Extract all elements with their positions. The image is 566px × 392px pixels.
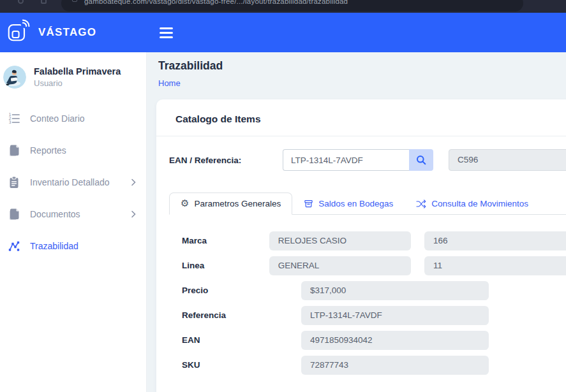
tab-label: Saldos en Bodegas [318, 199, 393, 208]
tab-label: Consulta de Movimientos [431, 199, 528, 208]
browser-url: gamboateque.com/vastago/dist/vastago-fre… [84, 0, 348, 5]
field-side-value: 166 [424, 231, 566, 250]
parameters-form: Marca RELOJES CASIO 166 Linea GENERAL 11… [169, 231, 566, 375]
sidebar-item-label: Reportes [30, 145, 66, 156]
shuffle-icon [416, 200, 426, 208]
tab-parametros-generales[interactable]: ⚙ Parametros Generales [169, 192, 292, 215]
sidebar-item-inventario-detallado[interactable]: Inventario Detallado [0, 166, 146, 198]
user-profile: Falabella Primavera Usuario [0, 52, 146, 89]
app-header: VÁSTAGO [0, 13, 566, 52]
browser-topbar: gamboateque.com/vastago/dist/vastago-fre… [0, 0, 566, 13]
brand-name: VÁSTAGO [38, 26, 96, 39]
document-icon [8, 208, 20, 221]
tab-saldos-en-bodegas[interactable]: Saldos en Bodegas [292, 192, 405, 215]
user-name: Falabella Primavera [34, 66, 121, 78]
tab-label: Parametros Generales [194, 199, 281, 208]
ordered-list-icon: 123 [8, 112, 20, 125]
sidebar: Falabella Primavera Usuario 123 Conteo D… [0, 52, 147, 392]
form-row-precio: Precio $317,000 [169, 281, 566, 300]
sidebar-item-reportes[interactable]: Reportes [0, 134, 146, 166]
form-row-sku: SKU 72877743 [169, 356, 566, 375]
breadcrumb-home-link[interactable]: Home [158, 78, 181, 88]
form-row-marca: Marca RELOJES CASIO 166 [169, 231, 566, 250]
tab-consulta-de-movimientos[interactable]: Consulta de Movimientos [405, 192, 540, 215]
field-value: GENERAL [269, 256, 411, 275]
sidebar-item-label: Trazabilidad [30, 241, 78, 251]
browser-extension-icon[interactable] [41, 0, 47, 4]
nodes-icon [8, 240, 20, 252]
clipboard-icon [8, 176, 20, 189]
search-row: EAN / Referencia: C596 [169, 149, 566, 171]
browser-toolbar-icon[interactable] [18, 0, 24, 4]
search-button[interactable] [409, 149, 433, 171]
user-role: Usuario [34, 78, 121, 89]
tab-bar: ⚙ Parametros Generales Saldos en Bodegas [169, 192, 566, 215]
card-body: EAN / Referencia: C596 ⚙ Parametros Gene… [156, 136, 566, 392]
form-row-linea: Linea GENERAL 11 [169, 256, 566, 275]
screen: gamboateque.com/vastago/dist/vastago-fre… [0, 0, 566, 392]
chevron-right-icon [130, 177, 137, 187]
ean-reference-input[interactable] [283, 149, 409, 171]
field-label: Marca [182, 231, 269, 250]
user-avatar [3, 66, 26, 89]
brand[interactable]: VÁSTAGO [0, 19, 147, 46]
brand-logo-icon [6, 19, 30, 46]
sidebar-item-conteo-diario[interactable]: 123 Conteo Diario [0, 103, 146, 134]
svg-text:3: 3 [9, 120, 11, 125]
main-content: Trazabilidad Home Catalogo de Items EAN … [147, 52, 566, 392]
sidebar-item-label: Documentos [30, 209, 80, 219]
site-info-lock-icon[interactable] [72, 0, 77, 2]
field-label: SKU [182, 356, 301, 375]
catalog-card: Catalogo de Items EAN / Referencia: C596 [156, 99, 566, 392]
archive-icon [304, 199, 313, 208]
field-value: LTP-1314L-7AVDF [301, 306, 489, 325]
search-label: EAN / Referencia: [169, 156, 283, 165]
sidebar-nav: 123 Conteo Diario Reportes [0, 103, 146, 262]
chevron-right-icon [130, 209, 137, 219]
user-info: Falabella Primavera Usuario [34, 66, 121, 89]
form-row-referencia: Referencia LTP-1314L-7AVDF [169, 306, 566, 325]
field-side-value: 11 [424, 256, 566, 275]
gear-icon: ⚙ [181, 199, 189, 208]
field-label: Precio [182, 281, 301, 300]
field-label: EAN [182, 331, 301, 350]
sidebar-item-documentos[interactable]: Documentos [0, 198, 146, 230]
card-title: Catalogo de Items [156, 99, 566, 136]
field-value: 72877743 [301, 356, 489, 375]
field-label: Linea [182, 256, 269, 275]
field-value: $317,000 [301, 281, 489, 300]
browser-url-bar[interactable]: gamboateque.com/vastago/dist/vastago-fre… [61, 0, 523, 11]
field-value: 4971850934042 [301, 331, 489, 350]
field-value: RELOJES CASIO [269, 231, 411, 250]
item-code-field: C596 [449, 149, 566, 171]
form-row-ean: EAN 4971850934042 [169, 331, 566, 350]
page-title: Trazabilidad [158, 59, 566, 73]
sidebar-item-label: Inventario Detallado [30, 177, 110, 187]
search-icon [416, 155, 426, 165]
document-icon [8, 144, 20, 157]
menu-toggle-button[interactable] [157, 25, 175, 41]
field-label: Referencia [182, 306, 301, 325]
sidebar-item-trazabilidad[interactable]: Trazabilidad [0, 230, 146, 262]
sidebar-item-label: Conteo Diario [30, 113, 85, 124]
